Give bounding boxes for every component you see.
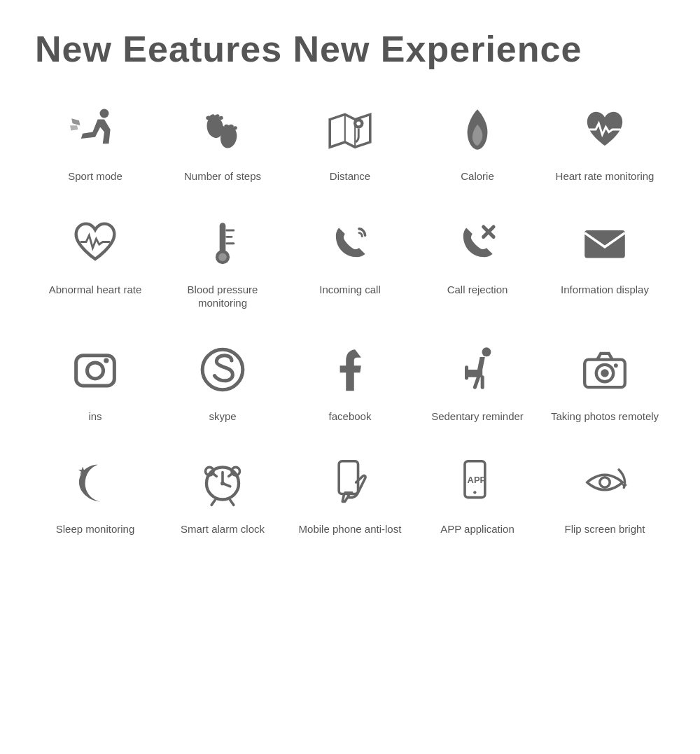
photos-icon [573,338,636,401]
svg-point-49 [473,491,476,494]
svg-line-42 [213,473,217,476]
blood-pressure-icon [191,211,254,274]
svg-line-38 [211,500,215,505]
svg-point-50 [600,477,610,487]
svg-rect-13 [220,223,226,253]
sedentary-icon [446,338,509,401]
features-grid: Sport mode Number of steps Distance Calo… [35,98,665,536]
sleep-icon: ★ [64,451,127,514]
feature-item-sleep: ★ Sleep monitoring [35,451,155,536]
svg-rect-44 [339,461,358,494]
heart-rate-icon [573,98,636,161]
call-rejection-label: Call rejection [447,283,508,297]
feature-item-facebook: facebook [290,338,410,424]
feature-item-calorie: Calorie [417,98,538,183]
feature-item-distance: Distance [290,98,410,183]
sport-mode-label: Sport mode [68,169,122,183]
svg-line-26 [475,377,478,386]
abnormal-heart-icon [64,211,127,274]
feature-item-skype: skype [162,338,283,424]
alarm-label: Smart alarm clock [181,522,265,536]
sedentary-label: Sedentary reminder [431,410,524,424]
feature-item-info-display: Information display [545,211,665,310]
call-rejection-icon [446,211,509,274]
svg-point-12 [356,121,360,125]
sport-mode-icon [64,98,127,161]
feature-item-flip: Flip screen bright [545,451,665,536]
skype-label: skype [209,410,236,424]
sleep-label: Sleep monitoring [56,522,135,536]
distance-icon [318,98,382,161]
feature-item-antilost: Mobile phone anti-lost [290,451,410,536]
info-display-icon [573,211,636,274]
svg-point-23 [87,362,103,378]
feature-item-blood-pressure: Blood pressure monitoring [162,211,283,310]
alarm-icon [191,451,254,514]
svg-rect-21 [584,230,625,258]
facebook-label: facebook [329,410,372,424]
page-title: New Eeatures New Experience [35,28,665,70]
steps-label: Number of steps [184,169,261,183]
steps-icon [191,98,254,161]
feature-item-sport-mode: Sport mode [35,98,155,183]
antilost-label: Mobile phone anti-lost [299,522,402,536]
blood-pressure-label: Blood pressure monitoring [162,283,283,310]
svg-line-43 [229,473,233,476]
feature-item-ins: ins [35,338,155,424]
svg-text:★: ★ [78,465,88,477]
incoming-call-icon [318,211,382,274]
svg-line-39 [230,500,234,505]
ins-icon [64,338,127,401]
antilost-icon [318,451,382,514]
svg-point-31 [601,369,609,377]
flip-icon [573,451,636,514]
calorie-label: Calorie [461,169,494,183]
facebook-icon [318,338,382,401]
svg-text:APP: APP [468,475,486,485]
app-icon: APP [446,451,509,514]
info-display-label: Information display [561,283,649,297]
feature-item-app: APP APP application [417,451,538,536]
ins-label: ins [88,410,102,424]
feature-item-heart-rate: Heart rate monitoring [545,98,665,183]
photos-label: Taking photos remotely [551,410,659,424]
incoming-call-label: Incoming call [319,283,381,297]
svg-point-15 [218,253,227,261]
feature-item-steps: Number of steps [162,98,283,183]
feature-item-photos: Taking photos remotely [545,338,665,424]
flip-label: Flip screen bright [564,522,645,536]
svg-point-24 [104,358,108,363]
page: New Eeatures New Experience Sport mode N… [0,0,700,564]
svg-rect-45 [344,491,353,494]
calorie-icon [446,98,509,161]
app-label: APP application [440,522,514,536]
skype-icon [191,338,254,401]
svg-point-32 [614,363,618,368]
feature-item-sedentary: Sedentary reminder [417,338,538,424]
heart-rate-label: Heart rate monitoring [556,169,654,183]
distance-label: Distance [330,169,370,183]
svg-rect-28 [465,365,468,379]
svg-point-25 [482,347,491,356]
svg-point-0 [99,109,108,118]
feature-item-incoming-call: Incoming call [290,211,410,310]
abnormal-heart-label: Abnormal heart rate [49,283,142,297]
svg-line-37 [223,483,230,486]
feature-item-call-rejection: Call rejection [417,211,538,310]
feature-item-alarm: Smart alarm clock [162,451,283,536]
feature-item-abnormal-heart: Abnormal heart rate [35,211,155,310]
